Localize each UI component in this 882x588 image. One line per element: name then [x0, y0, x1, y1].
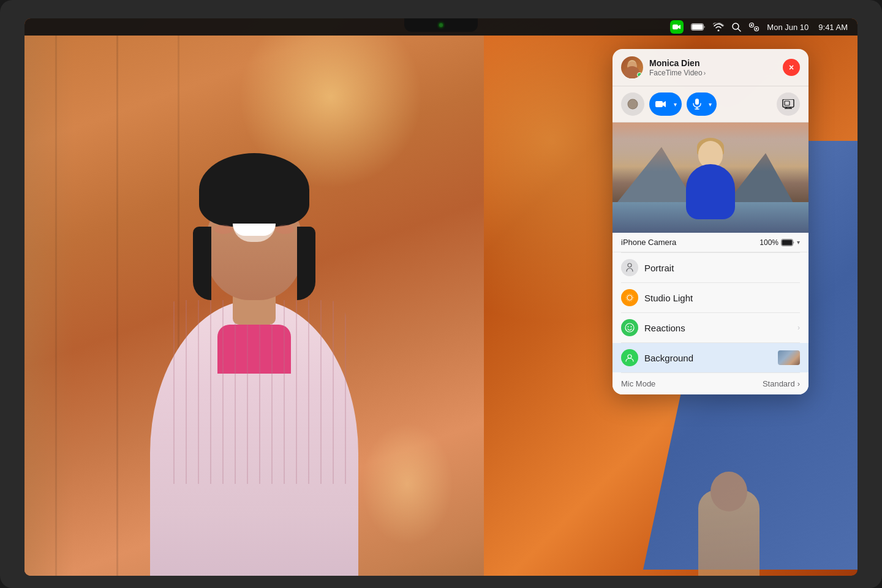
portrait-menu-item[interactable]: Portrait: [612, 253, 809, 282]
reactions-label: Reactions: [644, 323, 797, 333]
svg-point-25: [628, 326, 629, 328]
close-button[interactable]: ×: [783, 59, 800, 76]
video-preview: [612, 123, 809, 233]
background-icon: [621, 349, 638, 366]
camera-icon[interactable]: [652, 100, 670, 108]
svg-point-26: [631, 326, 632, 328]
mic-mode-value[interactable]: Standard ›: [763, 379, 800, 388]
contact-subtitle: FaceTime Video ›: [649, 69, 783, 77]
battery-status-icon: [781, 239, 794, 246]
svg-point-22: [627, 295, 632, 300]
battery-percent: 100%: [760, 238, 778, 247]
camera-status-bar[interactable]: iPhone Camera 100% ▾: [612, 233, 809, 252]
camera-button-group[interactable]: ▾: [649, 92, 682, 116]
search-icon[interactable]: [731, 22, 741, 32]
preview-person: [680, 141, 741, 221]
screen: Mon Jun 10 9:41 AM: [24, 18, 858, 576]
facetime-menu-icon[interactable]: [670, 20, 684, 34]
menu-bar: Mon Jun 10 9:41 AM: [24, 18, 858, 36]
reactions-menu-item[interactable]: Reactions ›: [612, 313, 809, 342]
portrait-label: Portrait: [644, 263, 800, 273]
svg-point-8: [756, 28, 758, 30]
preview-person-torso: [686, 164, 735, 219]
camera-dropdown-chevron[interactable]: ▾: [797, 239, 800, 246]
background-thumbnail: [778, 350, 800, 365]
svg-point-27: [628, 355, 631, 358]
mic-mode-chevron-icon: ›: [797, 379, 800, 388]
svg-rect-21: [782, 239, 793, 245]
controls-row: ▾ ▾: [612, 86, 809, 123]
mac-frame: Mon Jun 10 9:41 AM: [0, 0, 882, 588]
menubar-date: Mon Jun 10: [767, 23, 809, 32]
camera-chevron-icon[interactable]: ▾: [671, 101, 679, 108]
camera-indicator: [439, 23, 443, 27]
svg-line-4: [738, 29, 741, 31]
portrait-icon: [621, 259, 638, 276]
mic-button-group[interactable]: ▾: [687, 92, 717, 116]
background-label: Background: [644, 353, 778, 363]
bottom-right-person: [680, 466, 778, 576]
svg-rect-11: [655, 101, 663, 107]
mic-mode-row[interactable]: Mic Mode Standard ›: [612, 373, 809, 394]
menubar-right: Mon Jun 10 9:41 AM: [670, 20, 848, 34]
svg-point-10: [628, 100, 638, 109]
contact-info: Monica Dien FaceTime Video ›: [649, 58, 783, 77]
camera-dropdown-menu: iPhone Camera 100% ▾: [612, 233, 809, 394]
message-button[interactable]: [621, 92, 644, 116]
battery-info: 100% ▾: [760, 238, 800, 247]
panel-header: Monica Dien FaceTime Video › ×: [612, 49, 809, 86]
mic-chevron-icon[interactable]: ▾: [706, 101, 714, 108]
studio-light-label: Studio Light: [644, 293, 800, 303]
reactions-chevron-icon: ›: [797, 323, 800, 332]
svg-rect-2: [692, 24, 703, 30]
camera-source-label: iPhone Camera: [621, 238, 676, 247]
svg-point-24: [625, 323, 634, 332]
mic-mode-label: Mic Mode: [621, 379, 655, 388]
facetime-panel: Monica Dien FaceTime Video › ×: [612, 49, 809, 394]
background-menu-item[interactable]: Background: [612, 343, 809, 372]
battery-icon: [691, 23, 706, 31]
wifi-icon: [713, 23, 724, 31]
microphone-icon[interactable]: [689, 99, 705, 110]
contact-avatar: [621, 56, 643, 78]
contact-name: Monica Dien: [649, 58, 783, 69]
notch: [404, 18, 478, 32]
studio-light-menu-item[interactable]: Studio Light: [612, 283, 809, 312]
svg-point-7: [751, 24, 753, 26]
svg-rect-0: [673, 24, 678, 29]
control-center-icon[interactable]: [748, 23, 760, 31]
main-video-feed: [24, 36, 484, 576]
svg-rect-12: [695, 99, 699, 105]
svg-rect-16: [785, 101, 790, 105]
reactions-icon: [621, 319, 638, 336]
studio-light-icon: [621, 289, 638, 306]
screen-share-button[interactable]: [777, 92, 800, 116]
menubar-time: 9:41 AM: [818, 23, 848, 32]
